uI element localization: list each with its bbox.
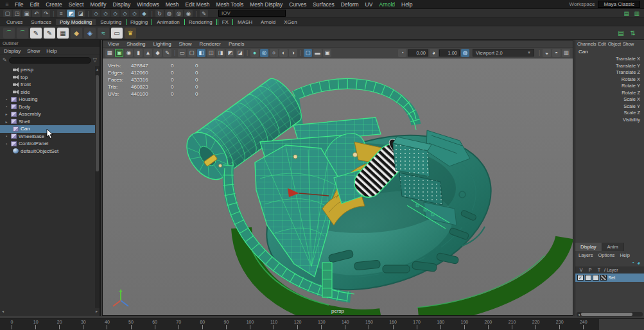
outliner-item[interactable]: defaultObjectSet [0,148,95,155]
gate-mask-icon[interactable]: ▬ [313,49,322,57]
use-all-lights-icon[interactable]: ◫ [207,49,215,57]
view-axis-gizmo[interactable] [109,287,132,310]
separator[interactable]: | [537,49,541,57]
quick-select-field[interactable]: IOV [218,10,286,17]
plate-icon[interactable]: ▭ [111,28,123,39]
timeline-tick[interactable]: 160 [381,319,405,330]
scroll-up-icon[interactable]: ▲ [95,67,100,71]
snap-to-view-plane-icon[interactable]: ◇ [130,10,139,17]
viewport-menu-item[interactable]: Renderer [200,41,221,47]
layer-display-type-toggle[interactable] [593,275,599,281]
separator[interactable]: | [173,49,177,57]
isolate-select-icon[interactable]: ○ [270,49,278,57]
scroll-left-icon[interactable]: ◂ [577,312,581,317]
shelf-tab[interactable]: Rendering [184,19,217,25]
channel-attribute[interactable]: Translate Y [575,63,644,70]
shelf-tab[interactable]: MASH [234,19,256,25]
layer-color-swatch[interactable] [600,275,607,281]
timeline-tick[interactable]: 240 [571,319,595,330]
depth-of-field-icon[interactable]: ◎ [260,49,268,57]
workspace-dropdown[interactable]: Maya Classic [598,1,640,8]
channel-attribute[interactable]: Scale Y [575,103,644,110]
time-slider[interactable]: 0 10 20 30 40 50 60 70 80 90 100 110 120… [0,318,644,330]
timeline-tick[interactable]: 60 [143,319,167,330]
timeline-tick[interactable]: 180 [429,319,453,330]
separator[interactable]: | [86,10,91,17]
lookdev-icon[interactable]: ◒ [543,49,551,57]
shaded-icon[interactable]: ▢ [187,49,196,57]
shelf-tab[interactable]: Poly Modeling [56,19,96,25]
gamma-field[interactable]: 1.00 [439,49,460,56]
open-scene-icon[interactable]: ◳ [13,10,21,17]
light-editor-icon[interactable]: ◓ [552,49,561,57]
shelf-tab[interactable]: Curves [3,19,26,25]
render-icon[interactable]: ◍ [165,10,173,17]
timeline-tick[interactable]: 200 [476,319,500,330]
shelf-overflow-icon[interactable]: ▤ [618,30,623,37]
outliner-item[interactable]: ▪ Housing [0,96,95,103]
paint-effects-icon[interactable]: ✎ [200,10,208,17]
menu-item[interactable]: Select [65,1,87,8]
timeline-tick[interactable]: 80 [191,319,214,330]
timeline-tick[interactable]: 150 [357,319,381,330]
Set[interactable]: ✓ Set [575,274,644,282]
channel-box-menu-item[interactable]: Channels [577,42,596,46]
layer-playback-toggle[interactable] [585,275,591,281]
gamma-icon[interactable]: ◕ [430,49,438,57]
channel-attribute[interactable]: Rotate X [575,76,644,83]
separator[interactable]: | [51,10,56,17]
outliner-menu-item[interactable]: Show [27,48,40,54]
shelf-tab[interactable]: Rigging [126,19,152,25]
timeline-tick[interactable]: 220 [524,319,548,330]
channel-attribute[interactable]: Scale X [575,96,644,103]
menu-item[interactable]: Surfaces [309,1,338,8]
timeline-tick[interactable]: 210 [500,319,524,330]
layer-editor-menu-item[interactable]: Help [620,252,629,258]
layer-editor-menu-item[interactable]: Options [598,252,615,258]
timeline-tick[interactable]: 130 [309,319,333,330]
ambient-occlusion-icon[interactable]: ◩ [226,49,234,57]
timeline-tick[interactable]: 110 [262,319,286,330]
camera-attributes-icon[interactable]: ◉ [125,49,133,57]
channel-attribute[interactable]: Rotate Y [575,83,644,90]
field-chart-icon[interactable]: ▣ [323,49,331,57]
save-scene-icon[interactable]: ▣ [22,10,31,17]
select-by-component-icon[interactable]: ◪ [76,10,85,17]
outliner-search-input[interactable] [9,57,91,64]
snap-to-curve-icon[interactable]: ◇ [101,10,110,17]
timeline-tick[interactable]: 120 [286,319,309,330]
viewport-3d-model[interactable] [103,58,574,315]
layer-editor-tab[interactable]: Display [575,243,602,251]
separator[interactable]: | [194,10,198,17]
textured-icon[interactable]: ◧ [197,49,205,57]
channel-attribute[interactable]: Scale Z [575,110,644,117]
renderer-dropdown[interactable]: Viewport 2.0 ▼ [473,49,534,56]
redo-icon[interactable]: ↷ [42,10,50,17]
menu-item[interactable]: File [12,1,27,8]
timeline-tick[interactable]: 230 [548,319,571,330]
outliner-item[interactable]: front [0,81,95,89]
shelf-tab[interactable]: Animation [153,19,184,25]
cv-curve-icon[interactable]: ⌒ [17,28,28,39]
new-scene-icon[interactable]: ▢ [3,10,12,17]
viewport-menu-item[interactable]: Lighting [153,41,171,47]
ep-curve-icon[interactable]: ⌒ [3,28,15,39]
viewport-menu-item[interactable]: View [108,41,119,47]
image-plane-icon[interactable]: ▲ [144,49,152,57]
filter-icon[interactable]: ▽ [93,57,97,63]
channel-box-object-name[interactable]: Can [575,48,644,56]
overscan-icon[interactable]: ✎ [163,49,171,57]
timeline-tick[interactable]: 10 [24,319,48,330]
viewport-menu-item[interactable]: Show [179,41,192,47]
new-layer-icon[interactable]: ◔ [631,260,634,266]
menu-item[interactable]: Edit Mesh [182,1,213,8]
quad-draw-icon[interactable]: ▦ [57,28,69,39]
timeline-tick[interactable]: 170 [405,319,429,330]
curve-warp-icon[interactable]: ≈ [98,28,109,39]
menu-item[interactable]: Edit [27,1,43,8]
crown-icon[interactable]: ♛ [125,28,136,39]
shelf-tab[interactable]: Sculpting [96,19,125,25]
menu-item[interactable]: UV [362,1,376,8]
2d-pan-zoom-icon[interactable]: ◆ [153,49,162,57]
wireframe-icon[interactable]: ▭ [178,49,186,57]
